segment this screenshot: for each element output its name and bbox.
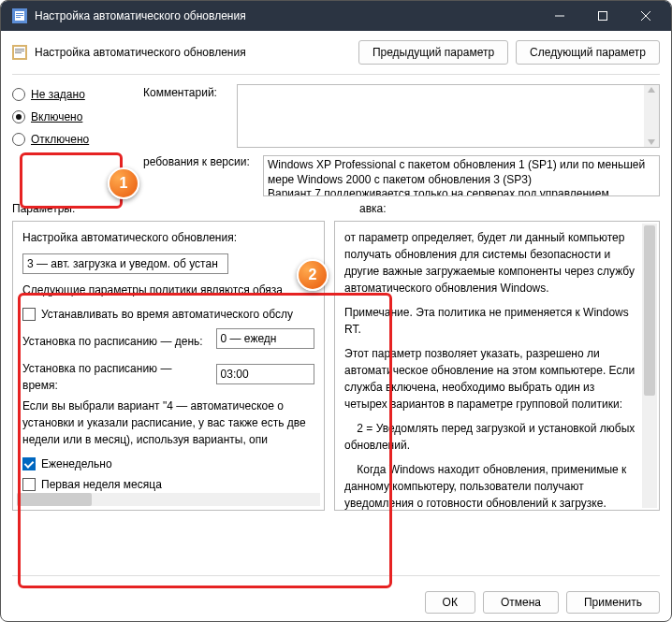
cb-weekly[interactable]: Еженедельно [22,456,314,472]
divider [12,74,660,75]
cb-maintenance[interactable]: Устанавливать во время автоматического о… [22,306,314,323]
svg-rect-11 [15,49,24,50]
next-setting-button[interactable]: Следующий параметр [516,40,660,65]
svg-rect-12 [15,51,24,51]
scrollbar-vertical[interactable] [642,224,657,508]
radio-not-configured[interactable]: Не задано [12,88,134,101]
svg-rect-4 [16,17,21,18]
scrollbar-vertical[interactable] [644,85,659,147]
prev-setting-button[interactable]: Предыдущий параметр [358,40,508,65]
svg-rect-6 [599,12,607,21]
divider [12,575,660,576]
time-label: Установка по расписанию — время: [22,360,207,394]
variant4-text: Если вы выбрали вариант "4 — автоматичес… [22,398,314,448]
maximize-button[interactable] [581,1,624,31]
app-icon [12,8,27,23]
help-label: авка: [322,202,660,215]
requirements-box[interactable]: Windows XP Professional с пакетом обновл… [263,155,660,196]
params-panel: Настройка автоматического обновления: 3 … [12,221,325,511]
svg-rect-13 [15,52,22,53]
titlebar: Настройка автоматического обновления [1,1,671,31]
cancel-button[interactable]: Отмена [483,591,559,614]
window-title: Настройка автоматического обновления [35,9,538,22]
scrollbar-horizontal[interactable] [17,493,320,506]
page-title: Настройка автоматического обновления [35,46,351,59]
svg-rect-3 [16,15,23,16]
config-label: Настройка автоматического обновления: [22,229,314,246]
comment-label: Комментарий: [143,84,227,99]
time-dropdown[interactable]: 03:00 [216,364,314,384]
minimize-button[interactable] [538,1,581,31]
params-label: Параметры: [12,202,313,215]
requirements-label: ребования к версии: [143,155,254,196]
policy-note: Следующие параметры политики являются об… [22,282,314,298]
radio-disabled[interactable]: Отключено [12,133,134,146]
apply-button[interactable]: Применить [566,591,660,614]
day-dropdown[interactable]: 0 — ежедн [216,328,314,349]
radio-enabled[interactable]: Включено [12,110,134,123]
cb-firstweek[interactable]: Первая неделя месяца [22,476,314,493]
ok-button[interactable]: ОК [425,591,475,614]
close-button[interactable] [624,1,667,31]
comment-textarea[interactable] [237,84,660,148]
svg-rect-2 [16,13,23,14]
config-dropdown[interactable]: 3 — авт. загрузка и уведом. об устан [22,253,228,274]
policy-icon [12,45,27,60]
help-panel: от параметр определяет, будет ли данный … [334,221,660,511]
day-label: Установка по расписанию — день: [22,333,207,350]
